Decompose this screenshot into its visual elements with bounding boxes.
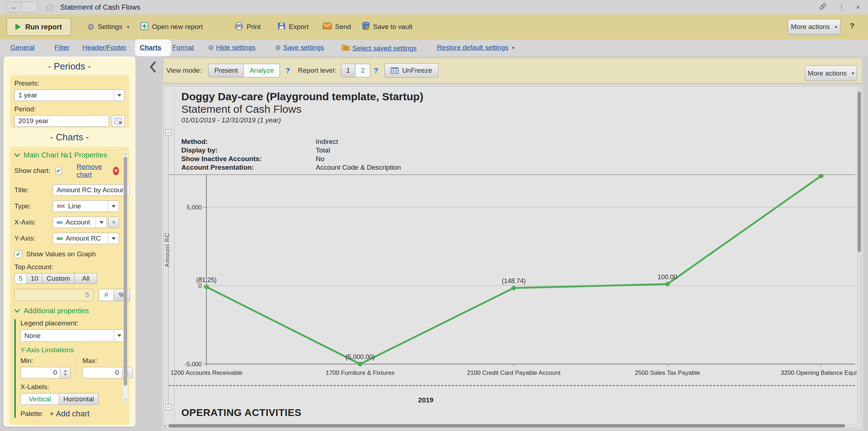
x-axis-category-label: 2500 Sales Tax Payable bbox=[614, 369, 721, 377]
collapse-meta-button[interactable]: − bbox=[165, 129, 171, 135]
check-icon: ✔ bbox=[16, 251, 21, 257]
main-toolbar: Run report ⚙ Settings ▾ Open new report … bbox=[0, 14, 868, 39]
tab-charts[interactable]: Charts bbox=[140, 44, 161, 52]
chart-type-select[interactable]: Line bbox=[53, 200, 119, 212]
period-input[interactable] bbox=[14, 115, 109, 127]
svg-text:-5,000: -5,000 bbox=[185, 361, 202, 368]
meta-label: Account Presentation: bbox=[181, 164, 316, 171]
top-5-button[interactable]: 5 bbox=[14, 273, 27, 284]
x-axis-select[interactable]: Account bbox=[53, 217, 107, 228]
show-chart-label: Show chart: bbox=[14, 167, 56, 175]
chevron-down-icon: ▾ bbox=[127, 24, 129, 30]
meta-label: Show Inactive Accounts: bbox=[181, 155, 316, 163]
scroll-left-icon[interactable]: ◂ bbox=[164, 424, 166, 427]
play-icon bbox=[15, 24, 21, 30]
chevron-down-icon: ▾ bbox=[512, 45, 515, 50]
report-level-help-button[interactable]: ? bbox=[374, 67, 378, 75]
top-count-input[interactable] bbox=[14, 289, 93, 301]
select-saved-settings-link[interactable]: Select saved settings bbox=[342, 44, 417, 53]
print-button[interactable]: Print bbox=[235, 14, 261, 39]
export-button[interactable]: Export bbox=[277, 14, 309, 39]
clear-x-axis-button[interactable]: × bbox=[108, 217, 119, 228]
show-values-checkbox[interactable]: ✔ bbox=[14, 250, 22, 258]
tab-format[interactable]: Format bbox=[172, 44, 194, 52]
presets-select[interactable]: 1 year bbox=[14, 89, 125, 101]
run-report-label: Run report bbox=[25, 23, 62, 31]
save-settings-link[interactable]: ⚙ Save settings bbox=[275, 44, 324, 52]
send-label: Send bbox=[335, 23, 351, 31]
restore-default-settings-link[interactable]: Restore default settings ▾ bbox=[437, 44, 514, 52]
x-labels-horizontal-button[interactable]: Horizontal bbox=[59, 393, 99, 405]
svg-text:100.00: 100.00 bbox=[658, 273, 677, 281]
scrollbar-thumb[interactable] bbox=[858, 92, 861, 252]
send-button[interactable]: Send bbox=[323, 14, 351, 39]
settings-menu-button[interactable]: ⚙ Settings ▾ bbox=[87, 14, 129, 39]
report-more-actions-button[interactable]: More actions ▾ bbox=[805, 66, 857, 81]
top-all-button[interactable]: All bbox=[75, 273, 97, 284]
table-grid-icon bbox=[391, 67, 399, 74]
view-mode-help-button[interactable]: ? bbox=[286, 67, 290, 75]
number-unit-button[interactable]: # bbox=[99, 289, 114, 301]
calendar-button[interactable] bbox=[112, 115, 125, 127]
y-max-input[interactable] bbox=[82, 367, 122, 378]
meta-label: Display by: bbox=[181, 146, 316, 154]
open-new-report-button[interactable]: Open new report bbox=[140, 14, 203, 39]
legend-placement-label: Legend placement: bbox=[20, 319, 119, 327]
favorite-star-icon[interactable] bbox=[45, 3, 54, 12]
additional-properties-toggle[interactable]: Additional properties bbox=[14, 307, 119, 315]
add-chart-link[interactable]: + Add chart bbox=[10, 409, 129, 418]
y-axis-field-icon bbox=[57, 237, 63, 240]
report-settings-sidebar: - Periods - Presets: 1 year Period: - Ch… bbox=[4, 57, 135, 427]
legend-placement-select[interactable]: None bbox=[20, 329, 125, 342]
back-arrow-icon: ← bbox=[11, 3, 18, 11]
toolbar-more-actions-button[interactable]: More actions ▾ bbox=[788, 19, 840, 35]
report-level-1-button[interactable]: 1 bbox=[341, 64, 356, 77]
y-min-input[interactable] bbox=[20, 367, 60, 378]
y-min-spinner[interactable]: ▲▼ bbox=[60, 367, 71, 378]
remove-chart-link[interactable]: Remove chart bbox=[77, 163, 108, 179]
present-mode-button[interactable]: Present bbox=[208, 64, 244, 77]
remove-chart-icon[interactable]: ✕ bbox=[113, 167, 119, 175]
collapse-sidebar-button[interactable] bbox=[149, 61, 159, 74]
meta-value: Account Code & Description bbox=[316, 164, 401, 171]
hide-settings-label: Hide settings bbox=[216, 44, 256, 52]
main-chart-properties-toggle[interactable]: Main Chart №1 Properties bbox=[14, 151, 119, 159]
tab-general[interactable]: General bbox=[10, 44, 35, 52]
scrollbar-thumb[interactable] bbox=[124, 157, 127, 386]
open-new-report-label: Open new report bbox=[152, 23, 203, 31]
chart-title-input[interactable] bbox=[53, 184, 130, 196]
section-heading: OPERATING ACTIVITIES bbox=[181, 407, 301, 418]
top-10-button[interactable]: 10 bbox=[27, 273, 42, 284]
percent-unit-button[interactable]: % bbox=[114, 289, 130, 301]
close-icon[interactable]: × bbox=[856, 3, 860, 11]
save-to-vault-label: Save to vault bbox=[373, 23, 412, 31]
tab-header-footer[interactable]: Header/Footer bbox=[82, 44, 127, 52]
toolbar-help-button[interactable]: ? bbox=[850, 21, 854, 30]
scrollbar-thumb[interactable] bbox=[168, 424, 845, 427]
collapse-section-button[interactable]: − bbox=[165, 404, 171, 410]
chevron-down-icon: ▾ bbox=[852, 71, 854, 76]
top-custom-button[interactable]: Custom bbox=[42, 273, 75, 284]
x-labels-vertical-button[interactable]: Vertical bbox=[20, 393, 59, 405]
save-to-vault-button[interactable]: Save to vault bbox=[362, 14, 412, 39]
view-mode-group: Present Analyze bbox=[208, 64, 280, 77]
tab-filter[interactable]: Filter bbox=[54, 44, 70, 52]
meta-value: Indirect bbox=[316, 138, 338, 146]
run-report-button[interactable]: Run report bbox=[6, 18, 71, 36]
unfreeze-button[interactable]: UnFreeze bbox=[385, 63, 438, 78]
link-icon[interactable] bbox=[819, 2, 827, 12]
report-level-group: 1 2 bbox=[341, 64, 370, 77]
report-level-2-button[interactable]: 2 bbox=[356, 64, 370, 77]
back-button[interactable]: ← bbox=[7, 2, 22, 12]
vault-icon bbox=[362, 22, 370, 32]
period-label: Period: bbox=[14, 105, 125, 113]
scroll-up-icon[interactable]: ▲ bbox=[123, 151, 128, 156]
analyze-mode-button[interactable]: Analyze bbox=[244, 64, 280, 77]
kebab-menu-icon[interactable]: ⋮ bbox=[838, 3, 845, 11]
hide-settings-link[interactable]: ⚙ Hide settings bbox=[208, 44, 256, 52]
show-chart-checkbox[interactable]: ✔ bbox=[56, 167, 62, 175]
chevron-down-icon bbox=[14, 153, 20, 157]
forward-button[interactable]: → bbox=[22, 2, 37, 12]
y-axis-select[interactable]: Amount RC bbox=[53, 233, 119, 244]
scroll-down-icon[interactable]: ▼ bbox=[123, 397, 128, 402]
